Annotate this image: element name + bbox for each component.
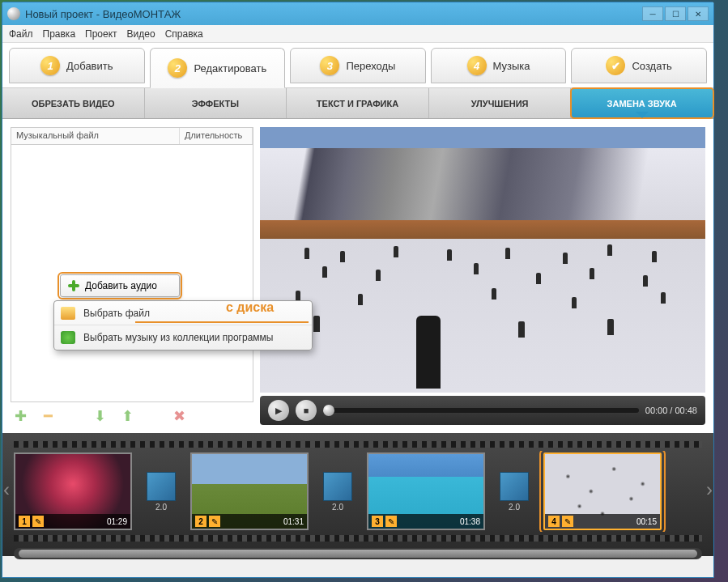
app-window: Новый проект - ВидеоМОНТАЖ ─ ☐ ✕ Файл Пр… [2, 2, 714, 578]
maximize-button[interactable]: ☐ [665, 6, 686, 21]
subtab-effects[interactable]: ЭФФЕКТЫ [145, 88, 287, 118]
titlebar: Новый проект - ВидеоМОНТАЖ ─ ☐ ✕ [2, 2, 713, 25]
subtab-trim[interactable]: ОБРЕЗАТЬ ВИДЕО [2, 88, 145, 118]
step-edit[interactable]: 2Редактировать [150, 48, 286, 88]
step-music[interactable]: 4Музыка [431, 48, 567, 83]
col-length: Длительность [180, 128, 253, 144]
menubar: Файл Правка Проект Видео Справка [2, 25, 713, 43]
scrollbar-thumb[interactable] [19, 550, 697, 558]
clip-2[interactable]: 2✎01:31 [190, 452, 309, 530]
seek-track[interactable] [323, 408, 639, 413]
audio-list: Добавить аудио с диска Выбрать файл Выбр… [11, 145, 253, 402]
filmstrip-decoration [14, 535, 702, 542]
list-delete-button[interactable]: ✖ [169, 406, 189, 426]
step-number-icon: 2 [168, 58, 187, 78]
audio-list-panel: Музыкальный файл Длительность Добавить а… [11, 127, 253, 425]
close-button[interactable]: ✕ [688, 6, 709, 21]
edit-icon[interactable]: ✎ [32, 516, 44, 527]
transition-icon [500, 472, 529, 501]
step-number-icon: 1 [40, 56, 60, 75]
folder-icon [61, 307, 75, 320]
seek-thumb[interactable] [323, 405, 334, 416]
subtab-improve[interactable]: УЛУЧШЕНИЯ [429, 88, 572, 118]
transition-icon [147, 472, 176, 501]
step-create[interactable]: ✔Создать [571, 48, 707, 83]
transition-1[interactable]: 2.0 [145, 472, 177, 512]
clips-row: 1✎01:29 2.0 2✎01:31 2.0 3✎01:38 2.0 4✎00… [14, 451, 702, 532]
menu-from-collection[interactable]: Выбрать музыку из коллекции программы [54, 325, 312, 350]
edit-icon[interactable]: ✎ [209, 516, 220, 527]
subtab-replace-audio[interactable]: ЗАМЕНА ЗВУКА [571, 88, 713, 118]
clip-4[interactable]: 4✎00:15 [543, 452, 662, 530]
list-header: Музыкальный файл Длительность [11, 127, 253, 145]
main-area: Музыкальный файл Длительность Добавить а… [2, 119, 713, 433]
transition-3[interactable]: 2.0 [498, 472, 530, 512]
timeline-scroll-right[interactable]: › [702, 465, 717, 514]
step-add[interactable]: 1Добавить [9, 48, 145, 83]
list-up-button[interactable]: ⬆ [117, 406, 137, 426]
minimize-button[interactable]: ─ [642, 6, 663, 21]
col-filename: Музыкальный файл [11, 128, 180, 144]
window-title: Новый проект - ВидеоМОНТАЖ [25, 8, 181, 20]
player-bar: ▶ ■ 00:00 / 00:48 [260, 396, 705, 425]
filmstrip-decoration [14, 441, 702, 448]
timeline: ‹ › 1✎01:29 2.0 2✎01:31 2.0 3✎01:38 2.0 … [2, 433, 713, 556]
step-transitions[interactable]: 3Переходы [290, 48, 426, 83]
time-display: 00:00 / 00:48 [645, 406, 697, 415]
subtab-text[interactable]: ТЕКСТ И ГРАФИКА [287, 88, 429, 118]
list-controls: ✚ ━ ⬇ ⬆ ✖ [11, 402, 253, 425]
play-button[interactable]: ▶ [268, 400, 289, 421]
timeline-scrollbar[interactable] [14, 548, 702, 559]
menu-edit[interactable]: Правка [43, 28, 76, 40]
transition-2[interactable]: 2.0 [321, 472, 354, 512]
menu-file[interactable]: Файл [9, 28, 33, 40]
list-remove-button[interactable]: ━ [38, 406, 57, 426]
stop-button[interactable]: ■ [296, 400, 317, 421]
preview-panel: ▶ ■ 00:00 / 00:48 [260, 127, 705, 425]
edit-icon[interactable]: ✎ [385, 516, 397, 527]
check-icon: ✔ [606, 56, 625, 75]
add-audio-button[interactable]: Добавить аудио [60, 274, 180, 297]
edit-icon[interactable]: ✎ [562, 516, 573, 527]
subtabs: ОБРЕЗАТЬ ВИДЕО ЭФФЕКТЫ ТЕКСТ И ГРАФИКА У… [2, 88, 713, 119]
menu-help[interactable]: Справка [165, 28, 203, 40]
timeline-scroll-left[interactable]: ‹ [0, 465, 14, 514]
clip-1[interactable]: 1✎01:29 [14, 452, 132, 530]
menu-pick-file[interactable]: Выбрать файл [54, 301, 312, 325]
music-icon [61, 331, 75, 344]
step-tabs: 1Добавить 2Редактировать 3Переходы 4Музы… [2, 43, 713, 88]
plus-icon [67, 279, 80, 292]
step-number-icon: 4 [467, 56, 487, 75]
video-preview [260, 127, 705, 393]
list-down-button[interactable]: ⬇ [90, 406, 109, 426]
add-audio-menu: с диска Выбрать файл Выбрать музыку из к… [53, 300, 313, 350]
list-add-button[interactable]: ✚ [11, 406, 30, 426]
app-icon [7, 7, 20, 20]
clip-3[interactable]: 3✎01:38 [367, 452, 485, 530]
transition-icon [323, 472, 352, 501]
menu-project[interactable]: Проект [85, 28, 117, 40]
menu-video[interactable]: Видео [127, 28, 155, 40]
step-number-icon: 3 [320, 56, 339, 75]
